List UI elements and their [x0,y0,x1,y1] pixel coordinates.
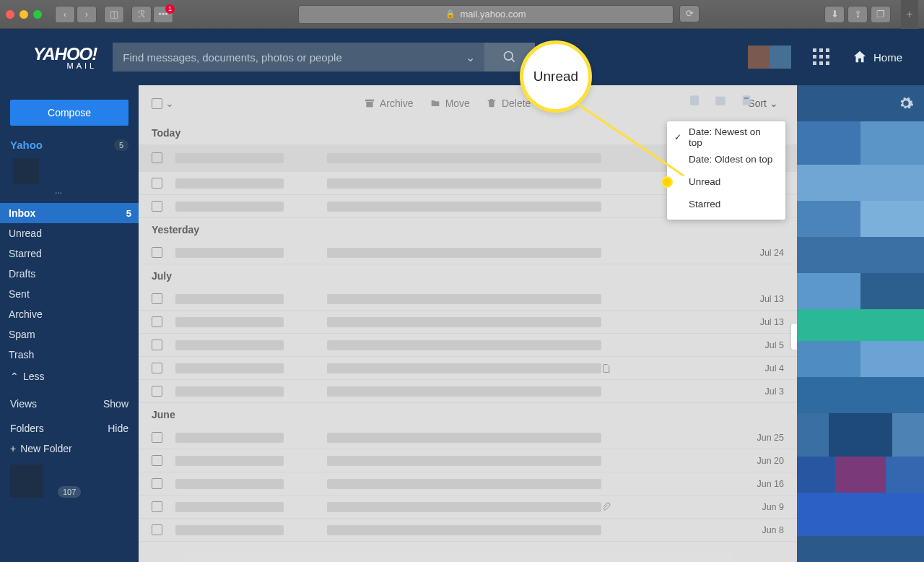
sort-option[interactable]: Starred [667,193,785,215]
address-bar[interactable]: 🔒 mail.yahoo.com [298,5,674,24]
close-window[interactable] [6,10,14,19]
row-checkbox[interactable] [152,316,162,327]
message-row[interactable]: Jul 13 [139,288,797,311]
message-date: Jul 24 [760,248,784,258]
new-folder-button[interactable]: +New Folder [10,443,128,454]
sort-option[interactable]: Unread [667,170,785,193]
compose-button[interactable]: Compose [10,100,128,126]
extensions-button[interactable]: •••1 [153,6,173,23]
message-date: Jun 20 [757,456,784,466]
message-date: Jul 13 [760,294,784,304]
folder-spam[interactable]: Spam [0,324,139,345]
settings-button[interactable] [898,95,914,111]
row-checkbox[interactable] [152,178,162,189]
folder-inbox[interactable]: Inbox5 [0,203,139,223]
apps-grid-icon[interactable] [813,48,830,66]
app-header: YAHOO! MAIL ⌄ Home [0,29,924,85]
row-checkbox[interactable] [152,524,162,535]
views-label[interactable]: Views [10,398,37,410]
sort-menu: ✓Date: Newest on topDate: Oldest on topU… [667,121,785,220]
folder-archive[interactable]: Archive [0,304,139,324]
trash-icon [486,98,497,109]
back-button[interactable]: ‹ [55,6,75,23]
message-date: Jun 9 [762,502,784,512]
row-checkbox[interactable] [152,340,162,350]
mail-list: ⌄ Archive Move Delete Sort⌄ TodayYesterd… [139,85,797,562]
archive-button[interactable]: Archive [364,98,414,109]
folder-starred[interactable]: Starred [0,243,139,264]
tabs-button[interactable]: ❐ [871,6,891,23]
message-row[interactable]: Jun 25 [139,426,797,449]
forward-button[interactable]: › [77,6,97,23]
yahoo-logo[interactable]: YAHOO! MAIL [33,44,97,70]
message-row[interactable]: Jul 24 [139,241,797,264]
search-dropdown[interactable]: ⌄ [456,43,484,72]
message-date: Jul 3 [765,386,784,397]
folders-hide[interactable]: Hide [108,423,128,434]
sort-option[interactable]: ✓Date: Newest on top [667,126,785,148]
folder-drafts[interactable]: Drafts [0,264,139,284]
row-checkbox[interactable] [152,432,162,443]
notepad-icon[interactable] [739,94,754,107]
message-row[interactable]: Jul 13 [139,311,797,334]
row-checkbox[interactable] [152,201,162,212]
sort-option[interactable]: Date: Oldest on top [667,148,785,170]
account-menu[interactable]: ... [55,186,128,196]
pager-next[interactable]: › [791,324,797,350]
sidebar-count: 107 [58,486,81,498]
share-button[interactable]: ⇪ [847,6,868,23]
row-checkbox[interactable] [152,455,162,466]
message-date: Jul 4 [765,363,784,373]
home-link[interactable]: Home [852,49,902,65]
row-checkbox[interactable] [152,478,162,489]
move-button[interactable]: Move [430,98,470,109]
reader-button[interactable]: ℛ [131,6,152,23]
avatar[interactable] [748,46,791,69]
row-checkbox[interactable] [152,501,162,512]
row-checkbox[interactable] [152,293,162,304]
message-row[interactable]: Jul 4 [139,357,797,380]
message-row[interactable]: Jun 16 [139,472,797,496]
views-show[interactable]: Show [103,398,128,410]
sidebar-toggle[interactable]: ◫ [104,6,124,23]
svg-rect-2 [365,100,374,102]
delete-button[interactable]: Delete [486,98,531,109]
search-button[interactable] [484,43,535,72]
maximize-window[interactable] [33,10,42,19]
select-all[interactable]: ⌄ [152,98,174,109]
minimize-window[interactable] [19,10,28,19]
less-toggle[interactable]: ⌃Less [10,371,128,382]
account-row[interactable]: Yahoo 5 [10,139,128,151]
message-row[interactable]: Jul 5 [139,334,797,357]
badge: 1 [165,4,175,14]
reload-button[interactable]: ⟳ [679,5,699,22]
folder-unread[interactable]: Unread [0,223,139,243]
message-row[interactable]: Jul 3 [139,380,797,403]
message-row[interactable]: Jun 20 [139,449,797,472]
row-checkbox[interactable] [152,247,162,258]
contacts-icon[interactable] [687,94,702,107]
message-row[interactable]: Jun 8 [139,519,797,542]
downloads-button[interactable]: ⬇ [824,6,845,23]
svg-rect-4 [690,95,699,105]
message-row[interactable]: Jun 9 [139,496,797,519]
row-checkbox[interactable] [152,152,162,163]
new-tab-button[interactable]: + [901,0,918,29]
folder-trash[interactable]: Trash [0,345,139,365]
calendar-icon[interactable] [713,94,728,107]
url-text: mail.yahoo.com [460,9,526,20]
message-date: Jun 25 [757,433,784,443]
search-input[interactable] [113,43,456,72]
spam-button[interactable] [546,98,558,109]
shield-icon [546,98,558,109]
folders-label[interactable]: Folders [10,423,44,434]
svg-rect-6 [715,97,725,99]
chevron-down-icon: ⌄ [770,98,778,109]
row-checkbox[interactable] [152,363,162,373]
folder-sent[interactable]: Sent [0,284,139,304]
ad-panel [797,85,924,562]
message-date: Jul 13 [760,317,784,327]
lock-icon: 🔒 [445,9,456,19]
row-checkbox[interactable] [152,386,162,397]
archive-icon [364,98,375,109]
